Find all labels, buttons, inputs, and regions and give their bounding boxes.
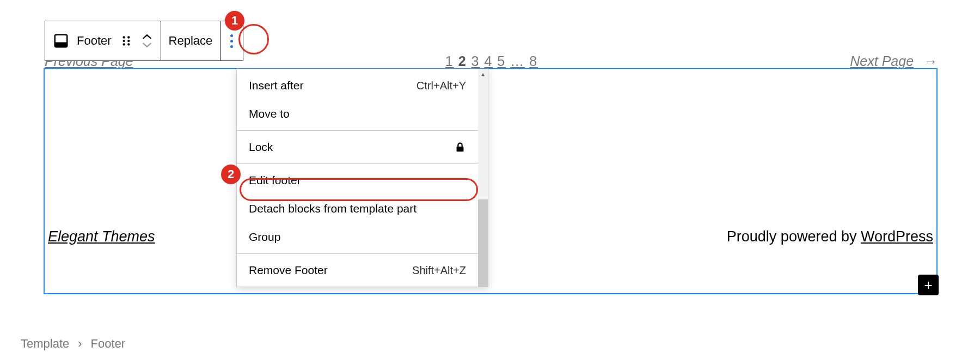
menu-item-insert-after[interactable]: Insert after Ctrl+Alt+Y <box>237 71 478 100</box>
replace-button[interactable]: Replace <box>161 21 221 60</box>
breadcrumb-separator-icon: › <box>78 337 82 351</box>
kebab-icon <box>228 32 235 50</box>
wordpress-link[interactable]: WordPress <box>861 228 933 245</box>
menu-item-move-to[interactable]: Move to <box>237 100 478 128</box>
add-block-button[interactable]: + <box>918 275 939 295</box>
menu-item-label: Move to <box>249 107 290 120</box>
svg-point-4 <box>122 40 125 42</box>
page-num[interactable]: 3 <box>471 53 480 69</box>
menu-item-label: Lock <box>249 141 273 154</box>
menu-group: Insert after Ctrl+Alt+Y Move to <box>237 69 478 131</box>
menu-item-label: Detach blocks from template part <box>249 202 416 215</box>
svg-point-6 <box>122 43 125 45</box>
menu-item-label: Remove Footer <box>249 264 328 277</box>
lock-icon <box>454 141 466 153</box>
block-type-label: Footer <box>77 34 112 48</box>
svg-rect-1 <box>55 43 68 47</box>
footer-block-icon <box>53 33 69 49</box>
menu-group: Edit footer Detach blocks from template … <box>237 164 478 254</box>
menu-item-shortcut: Shift+Alt+Z <box>412 264 466 277</box>
breadcrumb: Template › Footer <box>21 337 125 351</box>
menu-item-shortcut: Ctrl+Alt+Y <box>416 80 466 92</box>
svg-point-5 <box>127 40 130 42</box>
svg-point-2 <box>122 36 125 38</box>
menu-item-label: Group <box>249 230 280 244</box>
site-title-link[interactable]: Elegant Themes <box>48 228 155 245</box>
menu-scrollbar[interactable]: ▴ <box>478 69 488 287</box>
menu-item-group[interactable]: Group <box>237 223 478 251</box>
page-num[interactable]: 8 <box>529 53 538 69</box>
scroll-thumb[interactable] <box>478 199 488 287</box>
callout-ring-1 <box>238 24 269 54</box>
menu-group: Lock <box>237 131 478 164</box>
menu-item-remove-footer[interactable]: Remove Footer Shift+Alt+Z <box>237 256 478 284</box>
chevron-up-icon[interactable] <box>141 33 153 41</box>
footer-template-part[interactable]: Elegant Themes Proudly powered by WordPr… <box>44 68 938 294</box>
block-identity-section: Footer <box>45 21 161 60</box>
scroll-up-icon: ▴ <box>481 69 485 78</box>
svg-rect-8 <box>457 147 464 151</box>
block-movers[interactable] <box>141 33 153 48</box>
page-num[interactable]: 1 <box>445 53 454 69</box>
menu-group: Remove Footer Shift+Alt+Z <box>237 254 478 287</box>
page-num[interactable]: 4 <box>484 53 493 69</box>
page-ellipsis: … <box>510 53 525 69</box>
next-page-link[interactable]: Next Page → <box>850 53 938 69</box>
page-num[interactable]: 2 <box>458 53 467 69</box>
menu-item-lock[interactable]: Lock <box>237 133 478 161</box>
callout-ring-2 <box>240 178 478 201</box>
arrow-right-icon: → <box>924 53 938 69</box>
powered-by-text: Proudly powered by WordPress <box>727 228 933 245</box>
chevron-down-icon[interactable] <box>141 41 153 48</box>
drag-handle-icon[interactable] <box>119 34 133 48</box>
page-numbers: 1 2 3 4 5 … 8 <box>445 53 538 69</box>
page-num[interactable]: 5 <box>497 53 506 69</box>
breadcrumb-root[interactable]: Template <box>21 337 69 351</box>
callout-badge-2: 2 <box>221 165 241 184</box>
breadcrumb-leaf[interactable]: Footer <box>91 337 126 351</box>
menu-item-label: Insert after <box>249 79 303 92</box>
footer-content: Elegant Themes Proudly powered by WordPr… <box>48 228 933 245</box>
svg-point-3 <box>127 36 130 38</box>
block-toolbar: Footer Replace <box>45 21 243 61</box>
plus-icon: + <box>924 277 932 294</box>
callout-badge-1: 1 <box>225 11 244 31</box>
svg-point-7 <box>127 43 130 45</box>
